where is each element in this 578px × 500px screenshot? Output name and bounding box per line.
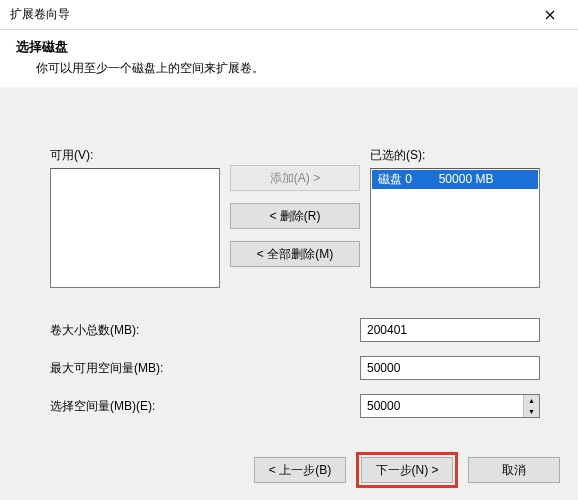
select-space-spinner[interactable]: ▲ ▼ — [360, 394, 540, 418]
close-button[interactable] — [530, 1, 570, 29]
available-listbox[interactable] — [50, 168, 220, 288]
add-button[interactable]: 添加(A) > — [230, 165, 360, 191]
back-button[interactable]: < 上一步(B) — [254, 457, 346, 483]
close-icon — [545, 10, 555, 20]
max-space-value: 50000 — [360, 356, 540, 380]
total-size-value: 200401 — [360, 318, 540, 342]
total-size-label: 卷大小总数(MB): — [50, 322, 310, 339]
page-description: 你可以用至少一个磁盘上的空间来扩展卷。 — [16, 60, 562, 77]
wizard-body: 可用(V): 添加(A) > < 删除(R) < 全部删除(M) 已选的(S):… — [0, 87, 578, 428]
available-label: 可用(V): — [50, 147, 220, 164]
next-button[interactable]: 下一步(N) > — [361, 457, 453, 483]
cancel-button[interactable]: 取消 — [468, 457, 560, 483]
select-space-input[interactable] — [361, 395, 523, 417]
next-button-highlight: 下一步(N) > — [356, 452, 458, 488]
max-space-label: 最大可用空间量(MB): — [50, 360, 310, 377]
page-heading: 选择磁盘 — [16, 38, 562, 56]
spinner-up-button[interactable]: ▲ — [524, 395, 539, 406]
remove-all-button[interactable]: < 全部删除(M) — [230, 241, 360, 267]
list-item[interactable]: 磁盘 0 50000 MB — [372, 170, 538, 189]
select-space-label: 选择空间量(MB)(E): — [50, 398, 310, 415]
spinner-down-button[interactable]: ▼ — [524, 406, 539, 417]
selected-label: 已选的(S): — [370, 147, 540, 164]
wizard-header: 选择磁盘 你可以用至少一个磁盘上的空间来扩展卷。 — [0, 30, 578, 87]
titlebar: 扩展卷向导 — [0, 0, 578, 30]
wizard-footer: < 上一步(B) 下一步(N) > 取消 — [254, 452, 560, 488]
window-title: 扩展卷向导 — [10, 6, 70, 23]
selected-listbox[interactable]: 磁盘 0 50000 MB — [370, 168, 540, 288]
remove-button[interactable]: < 删除(R) — [230, 203, 360, 229]
